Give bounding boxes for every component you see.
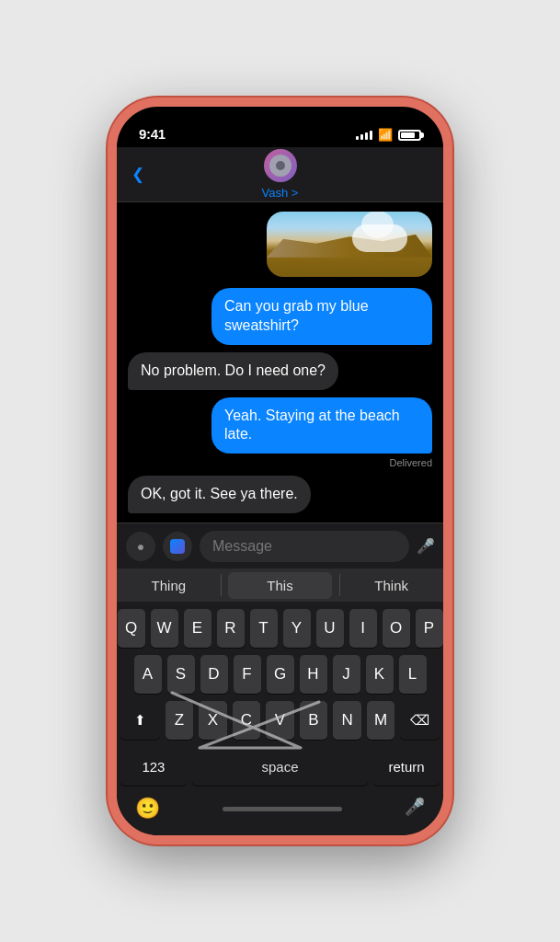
back-chevron-icon: ❮ [131,165,144,184]
phone-screen: 9:41 📶 ❮ [117,107,443,835]
camera-button[interactable]: ● [126,532,155,561]
key-o[interactable]: O [383,609,410,648]
contact-name[interactable]: Vash > [262,186,299,200]
key-e[interactable]: E [184,609,211,648]
phone-frame: 9:41 📶 ❮ [108,98,452,844]
emoji-button[interactable]: 🙂 [135,797,160,821]
message-bubble-left-1[interactable]: No problem. Do I need one? [128,352,338,390]
key-w[interactable]: W [151,609,178,648]
key-h[interactable]: H [300,655,327,694]
key-b[interactable]: B [300,701,328,740]
key-z[interactable]: Z [166,701,194,740]
key-l[interactable]: L [399,655,427,694]
delivered-status: Delivered [390,457,432,468]
numbers-key[interactable]: 123 [120,747,187,786]
mic-button[interactable]: 🎤 [417,532,435,561]
signal-icon [356,131,372,140]
key-y[interactable]: Y [283,609,311,648]
keyboard-row-3: ⬆ Z X C V B N M ⌫ [120,701,440,740]
key-x[interactable]: X [199,701,227,740]
landscape-image [267,212,432,277]
back-button[interactable]: ❮ [131,165,144,184]
avatar[interactable] [264,149,297,182]
backspace-key[interactable]: ⌫ [400,701,440,740]
key-r[interactable]: R [217,609,245,648]
predictive-bar: Thing This Think [117,569,443,602]
battery-icon [398,130,421,141]
home-indicator [223,807,342,811]
space-key[interactable]: space [192,747,368,786]
pred-word-think[interactable]: Think [339,572,443,599]
keyboard-row-4: 123 space return [120,747,440,786]
apps-button[interactable] [163,532,192,561]
messages-header: ❮ Vash > [117,147,443,202]
key-m[interactable]: M [367,701,395,740]
shift-key[interactable]: ⬆ [120,701,160,740]
message-bubble-right-2[interactable]: Yeah. Staying at the beach late. [211,397,432,454]
key-j[interactable]: J [333,655,360,694]
mic-icon: 🎤 [417,537,435,555]
keyboard-accessory-bar: 🙂 🎤 [120,793,440,821]
keyboard-row-2: A S D F G H J K L [120,655,440,694]
apps-icon [170,539,185,554]
key-u[interactable]: U [316,609,344,648]
message-bubble-left-2[interactable]: OK, got it. See ya there. [128,476,311,513]
pred-word-this[interactable]: This [228,572,332,599]
key-s[interactable]: S [167,655,195,694]
status-icons: 📶 [356,128,421,142]
pred-word-thing[interactable]: Thing [117,572,221,599]
key-a[interactable]: A [134,655,162,694]
pred-divider-1 [221,574,222,596]
status-time: 9:41 [139,126,166,142]
image-bubble[interactable] [267,212,432,277]
key-p[interactable]: P [416,609,443,648]
mic-bottom-button[interactable]: 🎤 [405,797,425,821]
keyboard: Q W E R T Y U I O P A S D F G [117,602,443,835]
key-f[interactable]: F [234,655,261,694]
camera-icon: ● [137,539,144,554]
key-v[interactable]: V [266,701,294,740]
cloud-shape [352,224,407,252]
header-center: Vash > [262,149,299,200]
key-t[interactable]: T [250,609,278,648]
key-c[interactable]: C [233,701,261,740]
chat-area: Can you grab my blue sweatshirt? No prob… [117,202,443,523]
input-bar: ● 🎤 [117,523,443,569]
key-n[interactable]: N [333,701,361,740]
phone-outer: 9:41 📶 ❮ [0,0,560,942]
return-key[interactable]: return [373,747,440,786]
message-bubble-right-1[interactable]: Can you grab my blue sweatshirt? [211,288,432,345]
key-i[interactable]: I [349,609,377,648]
key-q[interactable]: Q [118,609,145,648]
notch [211,107,349,134]
wifi-icon: 📶 [378,128,393,142]
key-k[interactable]: K [366,655,394,694]
message-input[interactable] [200,531,409,562]
key-g[interactable]: G [267,655,294,694]
keyboard-row-1: Q W E R T Y U I O P [120,609,440,648]
key-d[interactable]: D [200,655,228,694]
